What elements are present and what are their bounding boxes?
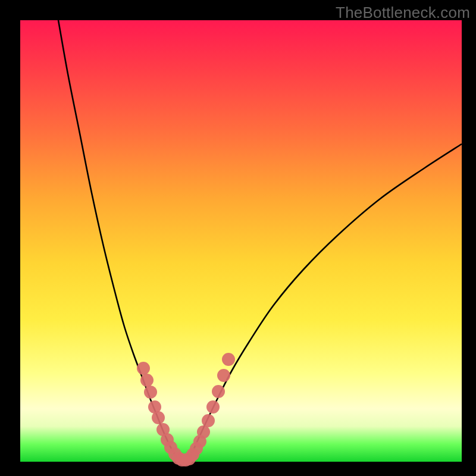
- curve-left-branch: [58, 20, 177, 459]
- curve-right-branch: [189, 144, 462, 459]
- data-dot: [212, 385, 225, 398]
- chart-frame: TheBottleneck.com: [0, 0, 476, 476]
- data-dot: [202, 414, 215, 427]
- data-dot: [206, 400, 220, 414]
- data-dot: [140, 374, 154, 387]
- data-dot: [217, 369, 230, 382]
- data-dot: [144, 386, 157, 399]
- plot-area: [20, 20, 462, 462]
- data-dot: [137, 362, 150, 375]
- data-dot: [197, 425, 210, 439]
- curve-layer: [20, 20, 462, 462]
- dot-group: [137, 353, 235, 466]
- data-dot: [222, 353, 235, 366]
- data-dot: [152, 411, 165, 424]
- watermark-text: TheBottleneck.com: [336, 4, 470, 22]
